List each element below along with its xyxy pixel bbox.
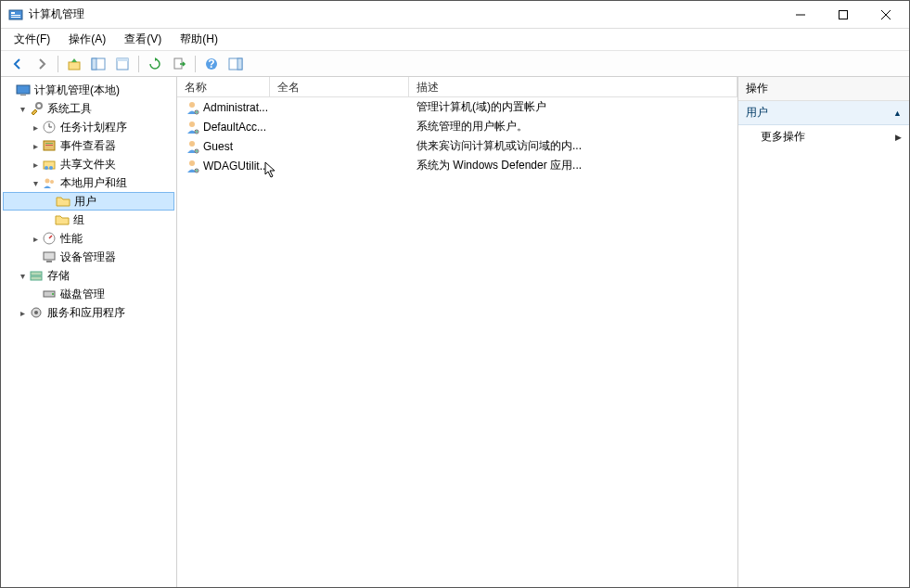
tree-label: 用户 — [74, 194, 96, 210]
svg-point-36 — [189, 102, 195, 108]
list-body: Administrat...管理计算机(域)的内置帐户DefaultAcc...… — [177, 97, 737, 587]
minimize-button[interactable] — [779, 1, 822, 29]
list-row-user[interactable]: Administrat...管理计算机(域)的内置帐户 — [177, 97, 737, 117]
expand-icon[interactable]: ▸ — [29, 160, 42, 170]
tree-label: 计算机管理(本地) — [34, 83, 120, 98]
column-header-fullname[interactable]: 全名 — [270, 77, 409, 96]
collapse-icon[interactable]: ▾ — [16, 104, 29, 114]
tree-node-shared-folders[interactable]: ▸ 共享文件夹 — [3, 155, 174, 173]
storage-icon — [29, 268, 44, 283]
svg-text:?: ? — [208, 58, 214, 70]
tree-node-services-apps[interactable]: ▸ 服务和应用程序 — [3, 303, 174, 322]
tree-node-task-scheduler[interactable]: ▸ 任务计划程序 — [3, 118, 174, 136]
action-pane-more-actions[interactable]: 更多操作 ▶ — [738, 125, 909, 148]
tree-node-local-users-groups[interactable]: ▾ 本地用户和组 — [3, 173, 174, 192]
tree-node-event-viewer[interactable]: ▸ 事件查看器 — [3, 136, 174, 155]
list-row-user[interactable]: DefaultAcc...系统管理的用户帐户。 — [177, 117, 737, 136]
device-manager-icon — [42, 249, 57, 264]
svg-rect-4 — [840, 10, 848, 19]
user-icon — [185, 120, 199, 134]
refresh-button[interactable] — [144, 54, 166, 74]
svg-rect-3 — [11, 17, 20, 18]
show-hide-tree-button[interactable] — [87, 54, 109, 74]
tree-node-device-manager[interactable]: · 设备管理器 — [3, 248, 174, 266]
menu-action[interactable]: 操作(A) — [61, 30, 113, 49]
menu-help[interactable]: 帮助(H) — [173, 30, 225, 49]
svg-rect-1 — [11, 12, 15, 14]
up-button[interactable] — [63, 54, 85, 74]
close-button[interactable] — [865, 1, 907, 29]
forward-button[interactable] — [31, 54, 53, 74]
back-button[interactable] — [6, 54, 29, 74]
svg-rect-21 — [45, 145, 53, 146]
export-button[interactable] — [168, 54, 190, 74]
folder-icon — [56, 194, 70, 209]
disk-icon — [42, 287, 57, 301]
column-header-name[interactable]: 名称 — [177, 77, 270, 96]
expand-icon[interactable]: ▸ — [29, 234, 42, 244]
expand-icon[interactable]: ▸ — [16, 308, 29, 318]
action-pane-section-users[interactable]: 用户 ▲ — [738, 101, 909, 125]
collapse-icon[interactable]: ▾ — [29, 178, 42, 188]
list-row-user[interactable]: WDAGUtilit...系统为 Windows Defender 应用... — [177, 156, 737, 175]
expand-icon[interactable]: ▸ — [29, 122, 42, 133]
clock-icon — [42, 120, 57, 134]
toolbar-separator — [195, 56, 196, 72]
tool-bar: ? — [1, 51, 909, 77]
user-name-cell: WDAGUtilit... — [203, 160, 269, 173]
svg-point-17 — [36, 103, 42, 109]
action-section-label: 用户 — [746, 105, 768, 121]
tree-label: 设备管理器 — [60, 249, 116, 265]
user-icon — [185, 139, 199, 154]
menu-view[interactable]: 查看(V) — [117, 30, 169, 49]
tree-node-system-tools[interactable]: ▾ 系统工具 — [3, 99, 174, 118]
maximize-button[interactable] — [822, 1, 865, 29]
services-icon — [29, 305, 44, 320]
user-description-cell: 系统管理的用户帐户。 — [409, 119, 737, 134]
expand-icon[interactable]: ▸ — [29, 141, 42, 151]
svg-rect-7 — [92, 58, 96, 70]
svg-point-26 — [50, 180, 54, 184]
tree-label: 磁盘管理 — [60, 287, 105, 302]
help-button[interactable]: ? — [200, 54, 223, 74]
tree-label: 共享文件夹 — [60, 157, 116, 173]
svg-rect-5 — [69, 62, 80, 70]
toolbar-separator — [58, 56, 58, 72]
svg-rect-9 — [117, 58, 128, 61]
show-hide-action-pane-button[interactable] — [224, 54, 247, 74]
user-description-cell: 供来宾访问计算机或访问域的内... — [409, 138, 737, 154]
tree-node-groups[interactable]: · 组 — [3, 211, 174, 229]
user-description-cell: 管理计算机(域)的内置帐户 — [409, 99, 737, 115]
tree-label: 组 — [73, 212, 84, 228]
users-groups-icon — [42, 175, 57, 190]
list-row-user[interactable]: Guest供来宾访问计算机或访问域的内... — [177, 136, 737, 156]
tree-node-storage[interactable]: ▾ 存储 — [3, 266, 174, 285]
event-viewer-icon — [42, 138, 57, 153]
tree-node-computer-management[interactable]: ▾ 计算机管理(本地) — [3, 81, 174, 99]
column-header-description[interactable]: 描述 — [409, 77, 737, 96]
window-title: 计算机管理 — [29, 6, 779, 22]
tree-label: 性能 — [60, 231, 83, 247]
svg-point-35 — [34, 311, 38, 314]
svg-point-23 — [45, 166, 48, 170]
svg-point-24 — [49, 166, 53, 170]
user-icon — [185, 100, 199, 115]
svg-point-33 — [52, 293, 54, 295]
collapse-icon: ▲ — [893, 109, 902, 118]
tree-label: 本地用户和组 — [60, 175, 127, 191]
toolbar-separator — [138, 56, 139, 72]
tools-icon — [29, 101, 44, 116]
svg-rect-28 — [44, 252, 55, 260]
shared-folder-icon — [42, 157, 57, 172]
user-name-cell: Guest — [203, 140, 233, 153]
tree-node-disk-management[interactable]: · 磁盘管理 — [3, 285, 174, 303]
action-pane-title: 操作 — [738, 77, 909, 101]
user-icon — [185, 159, 199, 173]
collapse-icon[interactable]: ▾ — [16, 271, 29, 281]
svg-point-42 — [189, 160, 195, 166]
tree-node-performance[interactable]: ▸ 性能 — [3, 229, 174, 248]
export-list-button[interactable] — [111, 54, 134, 74]
user-name-cell: DefaultAcc... — [203, 121, 266, 134]
tree-node-users[interactable]: · 用户 — [3, 192, 174, 211]
menu-file[interactable]: 文件(F) — [6, 30, 58, 49]
